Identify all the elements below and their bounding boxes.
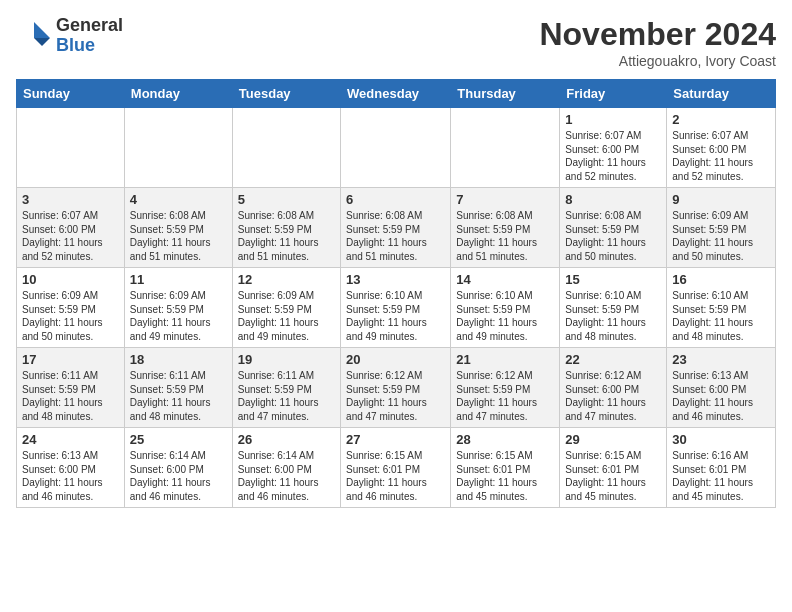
day-number: 2 bbox=[672, 112, 770, 127]
title-block: November 2024 Attiegouakro, Ivory Coast bbox=[539, 16, 776, 69]
calendar-cell: 18Sunrise: 6:11 AMSunset: 5:59 PMDayligh… bbox=[124, 348, 232, 428]
calendar-cell: 30Sunrise: 6:16 AMSunset: 6:01 PMDayligh… bbox=[667, 428, 776, 508]
day-number: 25 bbox=[130, 432, 227, 447]
day-number: 4 bbox=[130, 192, 227, 207]
day-number: 6 bbox=[346, 192, 445, 207]
day-info: Sunrise: 6:14 AMSunset: 6:00 PMDaylight:… bbox=[130, 449, 227, 503]
calendar-cell: 11Sunrise: 6:09 AMSunset: 5:59 PMDayligh… bbox=[124, 268, 232, 348]
day-number: 14 bbox=[456, 272, 554, 287]
calendar-cell: 25Sunrise: 6:14 AMSunset: 6:00 PMDayligh… bbox=[124, 428, 232, 508]
day-number: 13 bbox=[346, 272, 445, 287]
day-number: 28 bbox=[456, 432, 554, 447]
day-number: 16 bbox=[672, 272, 770, 287]
calendar-cell: 24Sunrise: 6:13 AMSunset: 6:00 PMDayligh… bbox=[17, 428, 125, 508]
weekday-header: Monday bbox=[124, 80, 232, 108]
calendar-cell bbox=[451, 108, 560, 188]
calendar-cell: 10Sunrise: 6:09 AMSunset: 5:59 PMDayligh… bbox=[17, 268, 125, 348]
calendar-cell bbox=[232, 108, 340, 188]
day-number: 26 bbox=[238, 432, 335, 447]
calendar-cell: 16Sunrise: 6:10 AMSunset: 5:59 PMDayligh… bbox=[667, 268, 776, 348]
calendar-cell: 29Sunrise: 6:15 AMSunset: 6:01 PMDayligh… bbox=[560, 428, 667, 508]
calendar-cell: 28Sunrise: 6:15 AMSunset: 6:01 PMDayligh… bbox=[451, 428, 560, 508]
day-info: Sunrise: 6:14 AMSunset: 6:00 PMDaylight:… bbox=[238, 449, 335, 503]
day-number: 11 bbox=[130, 272, 227, 287]
calendar-cell: 20Sunrise: 6:12 AMSunset: 5:59 PMDayligh… bbox=[341, 348, 451, 428]
calendar-week-row: 17Sunrise: 6:11 AMSunset: 5:59 PMDayligh… bbox=[17, 348, 776, 428]
day-number: 15 bbox=[565, 272, 661, 287]
calendar-cell: 26Sunrise: 6:14 AMSunset: 6:00 PMDayligh… bbox=[232, 428, 340, 508]
calendar-cell: 1Sunrise: 6:07 AMSunset: 6:00 PMDaylight… bbox=[560, 108, 667, 188]
day-info: Sunrise: 6:09 AMSunset: 5:59 PMDaylight:… bbox=[22, 289, 119, 343]
day-info: Sunrise: 6:07 AMSunset: 6:00 PMDaylight:… bbox=[22, 209, 119, 263]
day-info: Sunrise: 6:09 AMSunset: 5:59 PMDaylight:… bbox=[672, 209, 770, 263]
calendar-cell: 14Sunrise: 6:10 AMSunset: 5:59 PMDayligh… bbox=[451, 268, 560, 348]
day-number: 30 bbox=[672, 432, 770, 447]
day-info: Sunrise: 6:08 AMSunset: 5:59 PMDaylight:… bbox=[238, 209, 335, 263]
calendar-cell: 6Sunrise: 6:08 AMSunset: 5:59 PMDaylight… bbox=[341, 188, 451, 268]
logo-text: General Blue bbox=[56, 16, 123, 56]
calendar-cell bbox=[341, 108, 451, 188]
logo-general: General bbox=[56, 16, 123, 36]
calendar-week-row: 3Sunrise: 6:07 AMSunset: 6:00 PMDaylight… bbox=[17, 188, 776, 268]
day-info: Sunrise: 6:08 AMSunset: 5:59 PMDaylight:… bbox=[130, 209, 227, 263]
calendar-cell: 4Sunrise: 6:08 AMSunset: 5:59 PMDaylight… bbox=[124, 188, 232, 268]
day-number: 23 bbox=[672, 352, 770, 367]
day-number: 24 bbox=[22, 432, 119, 447]
calendar-cell: 2Sunrise: 6:07 AMSunset: 6:00 PMDaylight… bbox=[667, 108, 776, 188]
day-info: Sunrise: 6:11 AMSunset: 5:59 PMDaylight:… bbox=[22, 369, 119, 423]
day-info: Sunrise: 6:08 AMSunset: 5:59 PMDaylight:… bbox=[456, 209, 554, 263]
month-title: November 2024 bbox=[539, 16, 776, 53]
day-number: 10 bbox=[22, 272, 119, 287]
weekday-header: Tuesday bbox=[232, 80, 340, 108]
logo-icon bbox=[16, 18, 52, 54]
day-number: 8 bbox=[565, 192, 661, 207]
calendar-cell: 17Sunrise: 6:11 AMSunset: 5:59 PMDayligh… bbox=[17, 348, 125, 428]
day-info: Sunrise: 6:07 AMSunset: 6:00 PMDaylight:… bbox=[672, 129, 770, 183]
day-number: 21 bbox=[456, 352, 554, 367]
day-info: Sunrise: 6:08 AMSunset: 5:59 PMDaylight:… bbox=[346, 209, 445, 263]
calendar-cell: 21Sunrise: 6:12 AMSunset: 5:59 PMDayligh… bbox=[451, 348, 560, 428]
day-info: Sunrise: 6:09 AMSunset: 5:59 PMDaylight:… bbox=[130, 289, 227, 343]
calendar-cell: 7Sunrise: 6:08 AMSunset: 5:59 PMDaylight… bbox=[451, 188, 560, 268]
day-info: Sunrise: 6:15 AMSunset: 6:01 PMDaylight:… bbox=[456, 449, 554, 503]
logo-blue: Blue bbox=[56, 36, 123, 56]
page-header: General Blue November 2024 Attiegouakro,… bbox=[16, 16, 776, 69]
day-info: Sunrise: 6:16 AMSunset: 6:01 PMDaylight:… bbox=[672, 449, 770, 503]
day-info: Sunrise: 6:10 AMSunset: 5:59 PMDaylight:… bbox=[565, 289, 661, 343]
day-number: 9 bbox=[672, 192, 770, 207]
weekday-header-row: SundayMondayTuesdayWednesdayThursdayFrid… bbox=[17, 80, 776, 108]
day-info: Sunrise: 6:13 AMSunset: 6:00 PMDaylight:… bbox=[22, 449, 119, 503]
svg-marker-0 bbox=[34, 22, 50, 38]
day-info: Sunrise: 6:12 AMSunset: 5:59 PMDaylight:… bbox=[456, 369, 554, 423]
day-number: 5 bbox=[238, 192, 335, 207]
calendar-cell bbox=[17, 108, 125, 188]
day-info: Sunrise: 6:10 AMSunset: 5:59 PMDaylight:… bbox=[672, 289, 770, 343]
calendar-cell: 23Sunrise: 6:13 AMSunset: 6:00 PMDayligh… bbox=[667, 348, 776, 428]
calendar-cell: 19Sunrise: 6:11 AMSunset: 5:59 PMDayligh… bbox=[232, 348, 340, 428]
logo: General Blue bbox=[16, 16, 123, 56]
calendar-cell: 15Sunrise: 6:10 AMSunset: 5:59 PMDayligh… bbox=[560, 268, 667, 348]
calendar-table: SundayMondayTuesdayWednesdayThursdayFrid… bbox=[16, 79, 776, 508]
day-number: 20 bbox=[346, 352, 445, 367]
day-number: 12 bbox=[238, 272, 335, 287]
calendar-cell: 3Sunrise: 6:07 AMSunset: 6:00 PMDaylight… bbox=[17, 188, 125, 268]
day-info: Sunrise: 6:15 AMSunset: 6:01 PMDaylight:… bbox=[565, 449, 661, 503]
calendar-cell: 12Sunrise: 6:09 AMSunset: 5:59 PMDayligh… bbox=[232, 268, 340, 348]
location: Attiegouakro, Ivory Coast bbox=[539, 53, 776, 69]
calendar-cell: 22Sunrise: 6:12 AMSunset: 6:00 PMDayligh… bbox=[560, 348, 667, 428]
calendar-cell: 9Sunrise: 6:09 AMSunset: 5:59 PMDaylight… bbox=[667, 188, 776, 268]
calendar-cell: 5Sunrise: 6:08 AMSunset: 5:59 PMDaylight… bbox=[232, 188, 340, 268]
day-number: 18 bbox=[130, 352, 227, 367]
day-info: Sunrise: 6:15 AMSunset: 6:01 PMDaylight:… bbox=[346, 449, 445, 503]
calendar-week-row: 24Sunrise: 6:13 AMSunset: 6:00 PMDayligh… bbox=[17, 428, 776, 508]
day-info: Sunrise: 6:11 AMSunset: 5:59 PMDaylight:… bbox=[130, 369, 227, 423]
calendar-week-row: 10Sunrise: 6:09 AMSunset: 5:59 PMDayligh… bbox=[17, 268, 776, 348]
day-info: Sunrise: 6:08 AMSunset: 5:59 PMDaylight:… bbox=[565, 209, 661, 263]
weekday-header: Thursday bbox=[451, 80, 560, 108]
day-info: Sunrise: 6:10 AMSunset: 5:59 PMDaylight:… bbox=[456, 289, 554, 343]
day-info: Sunrise: 6:12 AMSunset: 5:59 PMDaylight:… bbox=[346, 369, 445, 423]
calendar-cell: 8Sunrise: 6:08 AMSunset: 5:59 PMDaylight… bbox=[560, 188, 667, 268]
day-number: 7 bbox=[456, 192, 554, 207]
calendar-cell: 27Sunrise: 6:15 AMSunset: 6:01 PMDayligh… bbox=[341, 428, 451, 508]
day-number: 1 bbox=[565, 112, 661, 127]
